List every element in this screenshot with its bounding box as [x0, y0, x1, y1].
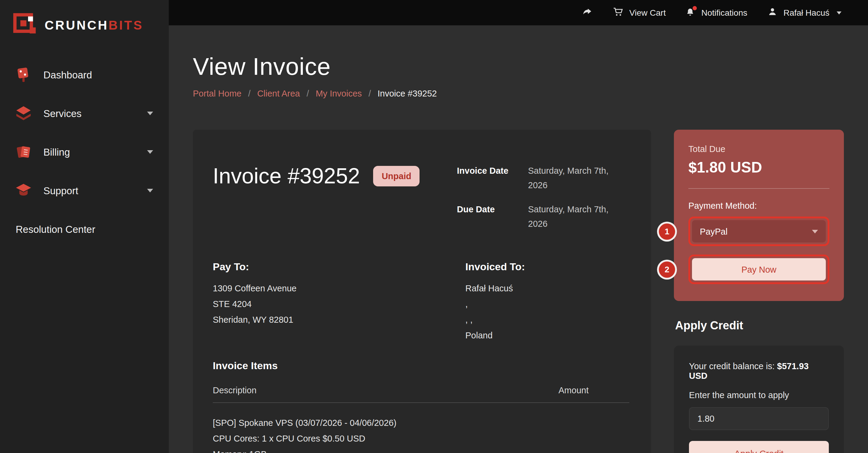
breadcrumb-my-invoices[interactable]: My Invoices: [315, 89, 362, 98]
invoiced-to-line: ,: [465, 296, 629, 312]
chevron-down-icon: [837, 11, 841, 14]
total-due-amount: $1.80 USD: [688, 159, 830, 176]
payment-sidebar: Total Due $1.80 USD Payment Method: 1 Pa…: [674, 130, 844, 453]
status-badge: Unpaid: [373, 166, 420, 187]
bell-icon: [685, 7, 696, 18]
total-due-card: Total Due $1.80 USD Payment Method: 1 Pa…: [674, 130, 844, 301]
user-icon: [767, 6, 778, 19]
sidebar-item-label: Support: [43, 185, 79, 196]
breadcrumb-separator: /: [248, 89, 250, 98]
pay-to-line: Sheridan, WY 82801: [213, 312, 465, 328]
breadcrumb-client-area[interactable]: Client Area: [257, 89, 300, 98]
sidebar-item-services[interactable]: Services: [0, 94, 169, 133]
sidebar-item-label: Resolution Center: [16, 224, 95, 235]
breadcrumb-separator: /: [307, 89, 309, 98]
invoice-title: Invoice #39252: [213, 164, 360, 189]
item-description-line: [SPO] Spokane VPS (03/07/2026 - 04/06/20…: [213, 415, 629, 431]
user-name: Rafał Hacuś: [783, 8, 830, 18]
divider: [688, 188, 830, 189]
sidebar-item-billing[interactable]: Billing: [0, 133, 169, 171]
invoice-card: Invoice #39252 Unpaid Invoice Date Satur…: [193, 130, 651, 453]
brand-logo[interactable]: CRUNCHBITS: [0, 0, 169, 50]
description-column-header: Description: [213, 386, 518, 395]
view-cart-label: View Cart: [629, 8, 666, 18]
sidebar: CRUNCHBITS Dashboard Services Bill: [0, 0, 169, 453]
credit-amount-input[interactable]: [689, 407, 829, 430]
payment-method-select[interactable]: PayPal: [692, 220, 826, 243]
payment-method-highlight: 1 PayPal: [688, 217, 830, 246]
breadcrumb-portal-home[interactable]: Portal Home: [193, 89, 241, 98]
invoiced-to-heading: Invoiced To:: [465, 261, 629, 273]
pay-to-line: STE 4204: [213, 296, 465, 312]
annotation-step-2: 2: [659, 261, 675, 278]
table-row: [SPO] Spokane VPS (03/07/2026 - 04/06/20…: [213, 403, 629, 453]
breadcrumb-separator: /: [369, 89, 371, 98]
pay-to-heading: Pay To:: [213, 261, 465, 273]
chevron-down-icon: [147, 112, 153, 115]
item-description-line: Memory: 1GB: [213, 446, 629, 453]
sidebar-item-dashboard[interactable]: Dashboard: [0, 56, 169, 94]
invoiced-to-line: , ,: [465, 312, 629, 328]
invoice-dates: Invoice Date Saturday, March 7th, 2026 D…: [457, 164, 629, 231]
sidebar-nav: Dashboard Services Billing Su: [0, 56, 169, 249]
breadcrumb: Portal Home / Client Area / My Invoices …: [193, 89, 868, 98]
notifications-button[interactable]: Notifications: [685, 7, 747, 18]
enter-amount-label: Enter the amount to apply: [689, 390, 829, 400]
dashboard-icon: [14, 66, 33, 84]
user-menu[interactable]: Rafał Hacuś: [767, 6, 841, 19]
apply-credit-button[interactable]: Apply Credit: [689, 441, 829, 453]
notifications-label: Notifications: [701, 8, 747, 18]
apply-credit-heading: Apply Credit: [675, 319, 844, 332]
items-table-header: Description Amount: [213, 386, 629, 403]
topbar: View Cart Notifications Rafał Hacuś: [169, 0, 868, 25]
sidebar-item-support[interactable]: Support: [0, 171, 169, 210]
payment-method-label: Payment Method:: [688, 201, 830, 210]
pay-to-line: 1309 Coffeen Avenue: [213, 281, 465, 296]
invoiced-to-line: Poland: [465, 328, 629, 343]
invoice-items: Invoice Items Description Amount [SPO] S…: [213, 360, 629, 453]
credit-balance-prefix: Your credit balance is:: [689, 361, 775, 371]
invoice-date-value: Saturday, March 7th, 2026: [528, 164, 629, 192]
apply-credit-card: Your credit balance is: $571.93 USD Ente…: [674, 346, 844, 453]
chevron-down-icon: [147, 150, 153, 154]
services-icon: [14, 104, 33, 122]
due-date-value: Saturday, March 7th, 2026: [528, 202, 629, 231]
invoice-items-heading: Invoice Items: [213, 360, 629, 372]
notification-dot: [693, 6, 697, 10]
item-description-line: CPU Cores: 1 x CPU Cores $0.50 USD: [213, 431, 629, 446]
annotation-step-1: 1: [659, 223, 675, 239]
billing-icon: [14, 143, 33, 161]
chevron-down-icon: [812, 229, 818, 233]
sidebar-item-resolution-center[interactable]: Resolution Center: [0, 210, 169, 249]
pay-to-block: Pay To: 1309 Coffeen Avenue STE 4204 She…: [213, 261, 465, 343]
chevron-down-icon: [147, 189, 153, 192]
brand-logo-icon: [13, 12, 37, 38]
sidebar-item-label: Billing: [43, 146, 70, 158]
pay-now-highlight: 2 Pay Now: [688, 255, 830, 284]
selected-payment-method: PayPal: [700, 227, 727, 236]
invoiced-to-line: Rafał Hacuś: [465, 281, 629, 296]
pay-now-button[interactable]: Pay Now: [692, 258, 826, 281]
invoiced-to-block: Invoiced To: Rafał Hacuś , , , Poland: [465, 261, 629, 343]
due-date-label: Due Date: [457, 202, 528, 231]
share-button[interactable]: [582, 6, 593, 19]
total-due-label: Total Due: [688, 144, 830, 154]
support-icon: [14, 181, 33, 200]
sidebar-item-label: Dashboard: [43, 69, 92, 81]
invoice-date-label: Invoice Date: [457, 164, 528, 192]
cart-icon: [613, 6, 624, 19]
brand-name: CRUNCHBITS: [44, 18, 144, 33]
breadcrumb-current: Invoice #39252: [378, 89, 437, 98]
page-title: View Invoice: [193, 53, 868, 80]
sidebar-item-label: Services: [43, 108, 82, 119]
main-content: View Invoice Portal Home / Client Area /…: [169, 25, 868, 453]
app-root: CRUNCHBITS Dashboard Services Bill: [0, 0, 868, 453]
share-icon: [582, 6, 593, 19]
view-cart-button[interactable]: View Cart: [613, 6, 666, 19]
amount-column-header: Amount: [518, 386, 629, 395]
credit-balance: Your credit balance is: $571.93 USD: [689, 361, 829, 380]
